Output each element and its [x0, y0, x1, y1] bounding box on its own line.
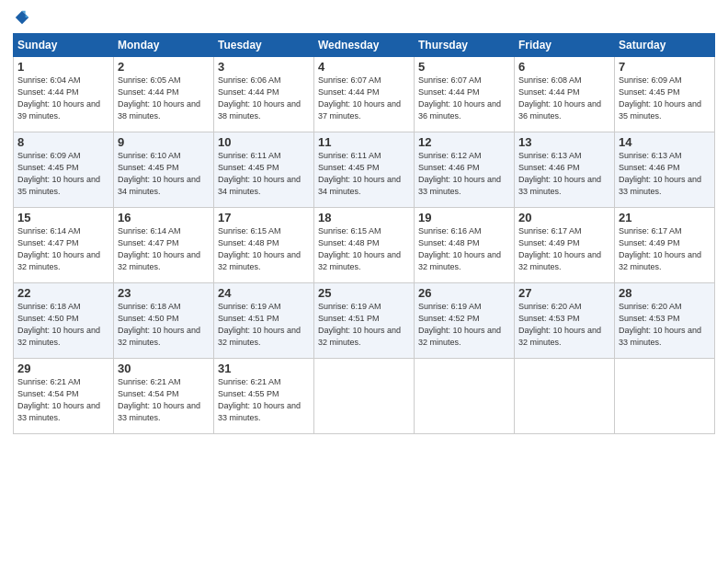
weekday-header-thursday: Thursday	[415, 34, 515, 57]
day-info: Sunrise: 6:05 AMSunset: 4:44 PMDaylight:…	[118, 75, 210, 122]
day-cell: 31 Sunrise: 6:21 AMSunset: 4:55 PMDaylig…	[214, 359, 314, 434]
day-info: Sunrise: 6:21 AMSunset: 4:54 PMDaylight:…	[17, 376, 109, 424]
weekday-header-saturday: Saturday	[615, 34, 715, 57]
day-info: Sunrise: 6:06 AMSunset: 4:44 PMDaylight:…	[218, 75, 310, 122]
day-info: Sunrise: 6:07 AMSunset: 4:44 PMDaylight:…	[318, 75, 410, 122]
day-number: 2	[118, 60, 210, 74]
day-cell: 26 Sunrise: 6:19 AMSunset: 4:52 PMDaylig…	[415, 283, 515, 359]
day-info: Sunrise: 6:20 AMSunset: 4:53 PMDaylight:…	[518, 301, 610, 349]
day-cell: 3 Sunrise: 6:06 AMSunset: 4:44 PMDayligh…	[214, 57, 314, 132]
day-cell: 18 Sunrise: 6:15 AMSunset: 4:48 PMDaylig…	[314, 208, 415, 283]
day-number: 16	[118, 211, 210, 224]
weekday-header-wednesday: Wednesday	[314, 34, 415, 57]
day-number: 8	[17, 135, 109, 149]
day-info: Sunrise: 6:04 AMSunset: 4:44 PMDaylight:…	[17, 75, 109, 122]
day-number: 7	[619, 60, 711, 74]
day-cell: 4 Sunrise: 6:07 AMSunset: 4:44 PMDayligh…	[314, 57, 415, 132]
day-info: Sunrise: 6:21 AMSunset: 4:55 PMDaylight:…	[218, 376, 310, 424]
day-cell: 28 Sunrise: 6:20 AMSunset: 4:53 PMDaylig…	[615, 283, 715, 359]
day-number: 12	[418, 135, 510, 149]
day-number: 18	[318, 211, 410, 224]
day-cell: 22 Sunrise: 6:18 AMSunset: 4:50 PMDaylig…	[14, 283, 114, 359]
day-info: Sunrise: 6:11 AMSunset: 4:45 PMDaylight:…	[318, 150, 410, 198]
week-row-5: 29 Sunrise: 6:21 AMSunset: 4:54 PMDaylig…	[14, 359, 715, 434]
day-number: 22	[17, 286, 109, 300]
day-info: Sunrise: 6:14 AMSunset: 4:47 PMDaylight:…	[17, 225, 109, 273]
weekday-header-row: SundayMondayTuesdayWednesdayThursdayFrid…	[14, 34, 715, 57]
day-cell: 24 Sunrise: 6:19 AMSunset: 4:51 PMDaylig…	[214, 283, 314, 359]
day-info: Sunrise: 6:13 AMSunset: 4:46 PMDaylight:…	[518, 150, 610, 198]
weekday-header-friday: Friday	[515, 34, 615, 57]
day-cell: 29 Sunrise: 6:21 AMSunset: 4:54 PMDaylig…	[14, 359, 114, 434]
day-info: Sunrise: 6:17 AMSunset: 4:49 PMDaylight:…	[619, 225, 711, 273]
logo-text	[13, 9, 30, 26]
day-cell: 16 Sunrise: 6:14 AMSunset: 4:47 PMDaylig…	[114, 208, 214, 283]
day-number: 10	[218, 135, 310, 149]
day-cell: 10 Sunrise: 6:11 AMSunset: 4:45 PMDaylig…	[214, 132, 314, 208]
day-cell: 19 Sunrise: 6:16 AMSunset: 4:48 PMDaylig…	[415, 208, 515, 283]
weekday-header-sunday: Sunday	[14, 34, 114, 57]
day-info: Sunrise: 6:19 AMSunset: 4:52 PMDaylight:…	[418, 301, 510, 349]
day-cell	[415, 359, 515, 434]
day-info: Sunrise: 6:19 AMSunset: 4:51 PMDaylight:…	[218, 301, 310, 349]
day-info: Sunrise: 6:18 AMSunset: 4:50 PMDaylight:…	[118, 301, 210, 349]
day-number: 19	[418, 211, 510, 224]
week-row-1: 1 Sunrise: 6:04 AMSunset: 4:44 PMDayligh…	[14, 57, 715, 132]
week-row-2: 8 Sunrise: 6:09 AMSunset: 4:45 PMDayligh…	[14, 132, 715, 208]
day-cell: 25 Sunrise: 6:19 AMSunset: 4:51 PMDaylig…	[314, 283, 415, 359]
day-cell: 27 Sunrise: 6:20 AMSunset: 4:53 PMDaylig…	[515, 283, 615, 359]
day-info: Sunrise: 6:14 AMSunset: 4:47 PMDaylight:…	[118, 225, 210, 273]
day-number: 17	[218, 211, 310, 224]
day-cell: 8 Sunrise: 6:09 AMSunset: 4:45 PMDayligh…	[14, 132, 114, 208]
page: SundayMondayTuesdayWednesdayThursdayFrid…	[0, 0, 728, 563]
day-info: Sunrise: 6:21 AMSunset: 4:54 PMDaylight:…	[118, 376, 210, 424]
day-cell	[615, 359, 715, 434]
day-cell: 23 Sunrise: 6:18 AMSunset: 4:50 PMDaylig…	[114, 283, 214, 359]
day-number: 21	[619, 211, 711, 224]
day-cell: 6 Sunrise: 6:08 AMSunset: 4:44 PMDayligh…	[515, 57, 615, 132]
day-info: Sunrise: 6:09 AMSunset: 4:45 PMDaylight:…	[17, 150, 109, 198]
day-number: 3	[218, 60, 310, 74]
day-info: Sunrise: 6:07 AMSunset: 4:44 PMDaylight:…	[418, 75, 510, 122]
day-cell: 12 Sunrise: 6:12 AMSunset: 4:46 PMDaylig…	[415, 132, 515, 208]
day-info: Sunrise: 6:16 AMSunset: 4:48 PMDaylight:…	[418, 225, 510, 273]
day-cell: 9 Sunrise: 6:10 AMSunset: 4:45 PMDayligh…	[114, 132, 214, 208]
day-info: Sunrise: 6:13 AMSunset: 4:46 PMDaylight:…	[619, 150, 711, 198]
day-cell: 1 Sunrise: 6:04 AMSunset: 4:44 PMDayligh…	[14, 57, 114, 132]
week-row-4: 22 Sunrise: 6:18 AMSunset: 4:50 PMDaylig…	[14, 283, 715, 359]
day-cell: 20 Sunrise: 6:17 AMSunset: 4:49 PMDaylig…	[515, 208, 615, 283]
day-number: 20	[518, 211, 610, 224]
day-cell: 11 Sunrise: 6:11 AMSunset: 4:45 PMDaylig…	[314, 132, 415, 208]
day-cell: 30 Sunrise: 6:21 AMSunset: 4:54 PMDaylig…	[114, 359, 214, 434]
day-number: 15	[17, 211, 109, 224]
day-cell: 21 Sunrise: 6:17 AMSunset: 4:49 PMDaylig…	[615, 208, 715, 283]
week-row-3: 15 Sunrise: 6:14 AMSunset: 4:47 PMDaylig…	[14, 208, 715, 283]
header	[13, 9, 715, 26]
weekday-header-monday: Monday	[114, 34, 214, 57]
day-cell: 13 Sunrise: 6:13 AMSunset: 4:46 PMDaylig…	[515, 132, 615, 208]
day-number: 29	[17, 362, 109, 375]
weekday-header-tuesday: Tuesday	[214, 34, 314, 57]
day-cell: 17 Sunrise: 6:15 AMSunset: 4:48 PMDaylig…	[214, 208, 314, 283]
day-number: 24	[218, 286, 310, 300]
day-info: Sunrise: 6:12 AMSunset: 4:46 PMDaylight:…	[418, 150, 510, 198]
day-number: 26	[418, 286, 510, 300]
day-info: Sunrise: 6:10 AMSunset: 4:45 PMDaylight:…	[118, 150, 210, 198]
day-info: Sunrise: 6:20 AMSunset: 4:53 PMDaylight:…	[619, 301, 711, 349]
day-cell	[515, 359, 615, 434]
calendar: SundayMondayTuesdayWednesdayThursdayFrid…	[13, 33, 715, 434]
day-cell: 5 Sunrise: 6:07 AMSunset: 4:44 PMDayligh…	[415, 57, 515, 132]
day-info: Sunrise: 6:19 AMSunset: 4:51 PMDaylight:…	[318, 301, 410, 349]
day-number: 27	[518, 286, 610, 300]
day-info: Sunrise: 6:15 AMSunset: 4:48 PMDaylight:…	[318, 225, 410, 273]
day-number: 4	[318, 60, 410, 74]
day-cell: 14 Sunrise: 6:13 AMSunset: 4:46 PMDaylig…	[615, 132, 715, 208]
day-cell: 2 Sunrise: 6:05 AMSunset: 4:44 PMDayligh…	[114, 57, 214, 132]
day-number: 13	[518, 135, 610, 149]
logo	[13, 9, 30, 26]
day-number: 1	[17, 60, 109, 74]
day-number: 9	[118, 135, 210, 149]
day-info: Sunrise: 6:17 AMSunset: 4:49 PMDaylight:…	[518, 225, 610, 273]
day-number: 6	[518, 60, 610, 74]
day-cell: 15 Sunrise: 6:14 AMSunset: 4:47 PMDaylig…	[14, 208, 114, 283]
